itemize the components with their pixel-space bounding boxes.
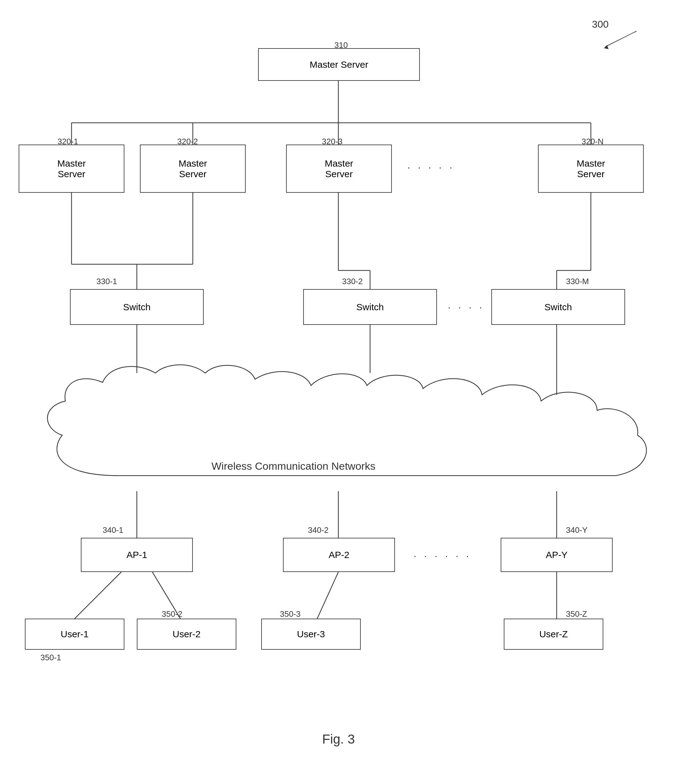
ref-320-3: 320-3 — [322, 137, 343, 146]
ref-320-n: 320-N — [582, 137, 604, 146]
user-z: User-Z — [504, 619, 603, 650]
user-1: User-1 — [25, 619, 125, 650]
ref-340-1: 340-1 — [103, 525, 123, 535]
ref-350-3: 350-3 — [280, 609, 301, 619]
ref-330-1: 330-1 — [96, 277, 117, 286]
dots-master-servers: · · · · · — [408, 162, 454, 173]
ap-1: AP-1 — [81, 538, 193, 572]
ref-340-2: 340-2 — [308, 525, 329, 535]
dots-switches: · · · · — [448, 302, 484, 313]
ref-340-y: 340-Y — [566, 525, 587, 535]
ref-320-2: 320-2 — [177, 137, 198, 146]
ref-310: 310 — [334, 40, 348, 50]
ref-320-1: 320-1 — [58, 137, 78, 146]
user-2: User-2 — [137, 619, 237, 650]
dots-aps: · · · · · · — [414, 550, 472, 562]
user-3: User-3 — [261, 619, 361, 650]
ref-350-2: 350-2 — [162, 609, 182, 619]
switch-2: Switch — [303, 289, 437, 325]
ref-350-1: 350-1 — [40, 653, 61, 663]
svg-line-25 — [317, 572, 338, 619]
svg-line-27 — [605, 31, 637, 47]
master-server-top: Master Server — [258, 48, 420, 81]
master-server-2: Master Server — [140, 145, 246, 193]
cloud-shape — [25, 358, 647, 501]
ref-330-2: 330-2 — [342, 277, 363, 286]
diagram-container: 300 Master Server 310 Master Server 320-… — [0, 0, 677, 784]
switch-1: Switch — [70, 289, 204, 325]
switch-m: Switch — [491, 289, 625, 325]
ap-y: AP-Y — [501, 538, 613, 572]
ref-350-z: 350-Z — [566, 609, 587, 619]
master-server-n: Master Server — [538, 145, 644, 193]
diagram-ref-arrow — [596, 28, 640, 53]
ap-2: AP-2 — [283, 538, 395, 572]
master-server-1: Master Server — [19, 145, 125, 193]
master-server-3: Master Server — [286, 145, 392, 193]
cloud-label: Wireless Communication Networks — [212, 460, 375, 472]
svg-line-23 — [75, 572, 121, 619]
ref-330-m: 330-M — [566, 277, 589, 286]
figure-label: Fig. 3 — [322, 732, 355, 747]
